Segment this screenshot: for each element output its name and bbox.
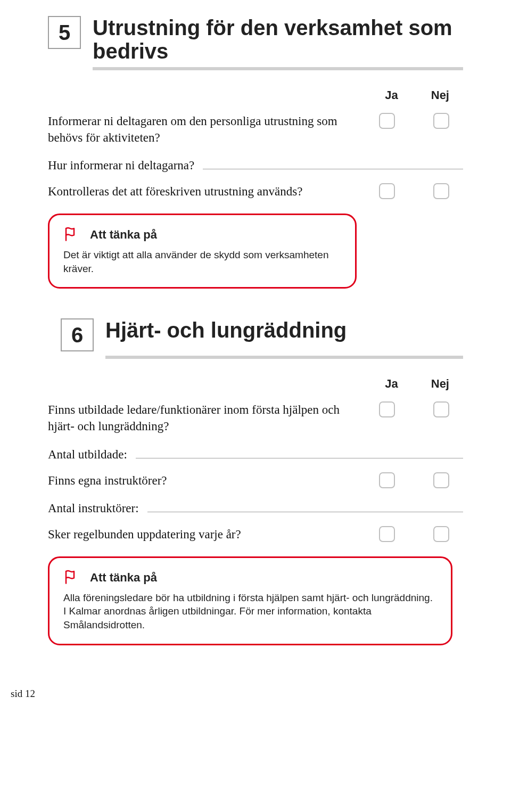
- s5-q1-ja-checkbox[interactable]: [379, 113, 395, 129]
- column-headers: Ja Nej: [48, 88, 463, 102]
- s6-q5-nej-checkbox[interactable]: [433, 526, 449, 542]
- section-5-number: 5: [48, 16, 81, 49]
- s6-q2-label: Antal utbildade:: [48, 448, 127, 462]
- s5-q1-nej-checkbox[interactable]: [433, 113, 449, 129]
- s6-q1-nej-checkbox[interactable]: [433, 401, 449, 417]
- s5-q3-nej-checkbox[interactable]: [433, 183, 449, 199]
- col-header-ja-6: Ja: [385, 377, 398, 391]
- s6-q2-row: Antal utbildade:: [48, 446, 463, 462]
- s6-q5-checks: [379, 526, 463, 542]
- col-header-nej: Nej: [431, 88, 449, 102]
- s5-q2-input-line[interactable]: [203, 157, 463, 169]
- s5-callout-title: Att tänka på: [90, 228, 157, 242]
- s5-q3-row: Kontrolleras det att föreskriven utrustn…: [48, 183, 463, 200]
- s5-q1-checks: [379, 113, 463, 129]
- s5-q3-text: Kontrolleras det att föreskriven utrustn…: [48, 183, 368, 200]
- s5-q2-label: Hur informerar ni deltagarna?: [48, 159, 194, 173]
- section-6-header: 6 Hjärt- och lungräddning: [61, 318, 463, 351]
- s6-callout-title: Att tänka på: [90, 571, 157, 585]
- s6-q3-text: Finns egna instruktörer?: [48, 472, 368, 489]
- col-header-nej-6: Nej: [431, 377, 449, 391]
- s5-q1-row: Informerar ni deltagaren om den personli…: [48, 113, 463, 146]
- s6-q3-row: Finns egna instruktörer?: [48, 472, 463, 489]
- section-6-number: 6: [61, 318, 94, 351]
- s6-q1-text: Finns utbildade ledare/funktionärer inom…: [48, 401, 368, 434]
- s5-q3-checks: [379, 183, 463, 199]
- s6-q3-ja-checkbox[interactable]: [379, 472, 395, 488]
- s5-q3-ja-checkbox[interactable]: [379, 183, 395, 199]
- section-6-title: Hjärt- och lungräddning: [105, 318, 347, 342]
- s6-q4-input-line[interactable]: [147, 499, 463, 512]
- s6-q1-ja-checkbox[interactable]: [379, 401, 395, 417]
- s5-callout: Att tänka på Det är viktigt att alla anv…: [48, 214, 357, 289]
- s6-q3-checks: [379, 472, 463, 488]
- section-5-header: 5 Utrustning för den verksamhet som bedr…: [48, 16, 463, 63]
- s5-callout-body: Det är viktigt att alla använder de skyd…: [63, 248, 341, 275]
- s6-q1-checks: [379, 401, 463, 417]
- page-number: sid 12: [11, 688, 463, 700]
- s6-q1-row: Finns utbildade ledare/funktionärer inom…: [48, 401, 463, 434]
- s6-q5-row: Sker regelbunden uppdatering varje år?: [48, 526, 463, 543]
- s6-callout-body: Alla föreningsledare bör ha utbildning i…: [63, 591, 437, 632]
- section-5-underline: [93, 67, 463, 70]
- col-header-ja: Ja: [385, 88, 398, 102]
- s6-q4-label: Antal instruktörer:: [48, 502, 139, 515]
- s6-callout-head: Att tänka på: [63, 569, 437, 587]
- flag-icon: [63, 226, 79, 244]
- section-6-underline: [105, 356, 463, 359]
- s6-callout: Att tänka på Alla föreningsledare bör ha…: [48, 556, 452, 645]
- s5-q1-text: Informerar ni deltagaren om den personli…: [48, 113, 368, 146]
- s5-q2-row: Hur informerar ni deltagarna?: [48, 157, 463, 173]
- s6-q5-ja-checkbox[interactable]: [379, 526, 395, 542]
- column-headers-6: Ja Nej: [48, 377, 463, 391]
- flag-icon: [63, 569, 79, 587]
- s6-q3-nej-checkbox[interactable]: [433, 472, 449, 488]
- s6-q5-text: Sker regelbunden uppdatering varje år?: [48, 526, 368, 543]
- section-5-title: Utrustning för den verksamhet som bedriv…: [93, 16, 463, 63]
- s6-q4-row: Antal instruktörer:: [48, 499, 463, 515]
- s5-callout-head: Att tänka på: [63, 226, 341, 244]
- s6-q2-input-line[interactable]: [136, 446, 463, 458]
